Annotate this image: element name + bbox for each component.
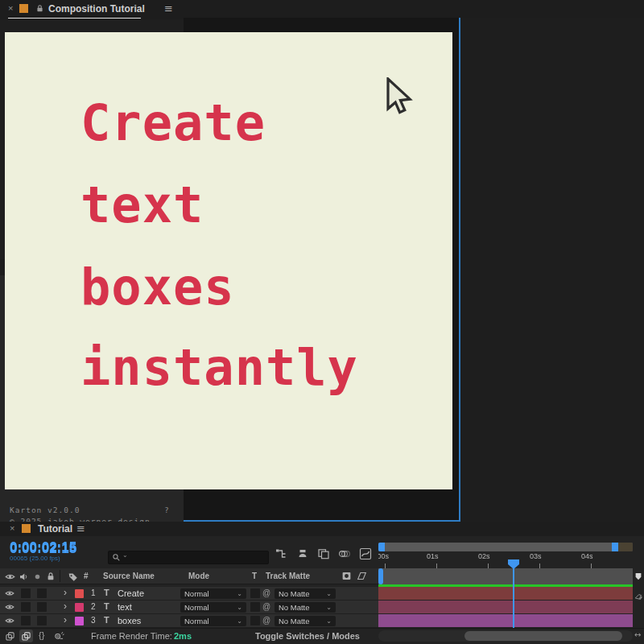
label-column-icon [68,572,78,582]
ruler-tick-label: 04s [581,552,593,560]
timeline-timecode[interactable]: 0:00:02:15 [10,539,76,555]
layer-bar-boxes[interactable] [378,614,633,627]
search-dropdown-icon[interactable]: ⌄ [122,551,128,559]
after-effects-window: × Effect Controls (none) ≡ Pr » Karton ≡… [0,0,644,644]
work-area-tail [618,543,633,551]
transfer-controls-icon [21,631,31,642]
stencil-matte-icon[interactable] [357,571,367,581]
trkmat-icon[interactable]: @ [262,602,270,611]
transfer-controls-pane-active[interactable] [19,630,33,642]
comp-marker-icon[interactable] [634,572,643,581]
t-switch-cell[interactable] [250,602,260,612]
in-bracket[interactable] [378,568,383,584]
layer-name[interactable]: text [118,602,132,612]
switch-cell[interactable] [21,588,31,598]
expand-chevron-icon[interactable]: › [64,587,67,598]
trkmat-icon[interactable]: @ [262,616,270,625]
chevron-down-icon: ⌄ [237,602,242,613]
layer-row-boxes[interactable]: › 3 T boxes Normal ⌄ @ No Matte ⌄ [0,614,378,628]
h-scrollbar-thumb[interactable] [464,631,622,641]
layer-name[interactable]: Create [118,588,144,598]
switch-cell[interactable] [37,616,47,625]
toggle-switches-modes-button[interactable]: Toggle Switches / Modes [255,631,360,641]
panel-close-icon[interactable]: × [10,523,14,533]
eye-icon[interactable] [5,602,14,612]
column-t[interactable]: T [252,572,257,580]
switch-cell[interactable] [21,602,31,612]
work-area-bar[interactable] [378,543,633,551]
track-matte-value: No Matte [279,589,310,598]
composition-tab-chip [19,4,28,13]
timeline-tabbar: × Tutorial ≡ [0,522,644,536]
ruler-tick-label: 02s [478,552,490,560]
panel-close-icon[interactable]: × [8,3,13,13]
eye-column-icon [5,572,15,582]
comp-text-line: Create [80,93,266,152]
expand-chevron-icon[interactable]: › [64,614,67,625]
layer-bar-create[interactable] [378,587,633,600]
work-area-start-handle[interactable] [378,543,385,551]
layer-bar-text[interactable] [378,601,633,613]
layer-switches-pane-icon[interactable] [5,631,15,642]
switch-cell[interactable] [37,602,47,612]
playhead-line[interactable] [513,568,514,628]
layer-row-text[interactable]: › 2 T text Normal ⌄ @ No Matte ⌄ [0,601,378,614]
composition-tabbar: × Composition Tutorial ≡ [0,0,644,18]
trkmat-icon[interactable]: @ [262,588,270,597]
column-source-name[interactable]: Source Name [103,572,155,580]
blend-mode-value: Normal [184,589,209,598]
blend-mode-dropdown[interactable]: Normal ⌄ [180,602,246,613]
ruler-tick-label: 03s [530,552,542,560]
panel-menu-icon[interactable]: ≡ [164,2,173,14]
label-color-chip[interactable] [75,617,84,625]
layer-row-create[interactable]: › 1 T Create Normal ⌄ @ No Matte ⌄ [0,587,378,601]
layer-name[interactable]: boxes [118,616,141,625]
eye-icon[interactable] [5,616,14,625]
render-speed-icon[interactable] [53,630,64,642]
blend-mode-dropdown[interactable]: Normal ⌄ [180,588,246,599]
track-matte-value: No Matte [279,617,310,625]
expand-chevron-icon[interactable]: › [64,601,67,612]
lock-icon[interactable] [35,4,44,13]
draft-hand-icon[interactable] [634,591,643,601]
mini-flowchart-icon[interactable] [275,547,288,560]
frame-info-value: 00065 (25.00 fps) [10,555,60,562]
resize-corner-icon[interactable]: ↔ [634,630,641,639]
track-matte-dropdown[interactable]: No Matte ⌄ [275,616,336,626]
work-area-end-handle[interactable] [612,543,618,551]
frame-blending-icon[interactable] [317,547,330,560]
alpha-matte-icon[interactable] [341,571,352,581]
panel-menu-icon[interactable]: ≡ [76,522,85,535]
column-track-matte[interactable]: Track Matte [266,572,310,580]
chevron-down-icon: ⌄ [326,602,332,613]
t-switch-cell[interactable] [250,616,260,625]
label-color-chip[interactable] [75,603,84,612]
timeline-column-headers: # Source Name Mode T Track Matte [0,568,378,584]
timeline-panel: × Tutorial ≡ 0:00:02:15 0:00:02:15 00065… [0,522,644,644]
in-out-panes-icon[interactable]: {} [39,630,44,640]
track-matte-dropdown[interactable]: No Matte ⌄ [275,602,336,613]
blend-mode-dropdown[interactable]: Normal ⌄ [180,616,246,626]
track-header-strip [378,568,633,584]
shy-layers-icon[interactable] [296,547,309,560]
column-number[interactable]: # [84,572,89,580]
switch-cell[interactable] [21,616,31,625]
timeline-search[interactable]: ⌄ [108,551,269,564]
graph-editor-icon[interactable] [359,547,372,560]
t-switch-cell[interactable] [250,588,260,598]
tab-composition-tutorial[interactable]: Composition Tutorial [48,3,145,14]
composition-viewport[interactable]: Create text boxes instantly [5,32,452,489]
eye-icon[interactable] [5,588,14,598]
layer-number: 2 [91,602,96,611]
label-color-chip[interactable] [75,589,84,598]
tab-tutorial[interactable]: Tutorial [38,523,72,535]
chevron-down-icon: ⌄ [237,588,242,599]
column-mode[interactable]: Mode [188,572,209,580]
track-matte-dropdown[interactable]: No Matte ⌄ [275,588,336,599]
karton-help[interactable]: ? [164,506,170,514]
time-ruler[interactable]: 0:00s 01s 02s 03s 04s [378,552,633,568]
motion-blur-icon[interactable] [338,547,351,560]
solo-column-icon [32,572,43,582]
switch-cell[interactable] [37,588,47,598]
text-layer-badge: T [104,601,109,611]
